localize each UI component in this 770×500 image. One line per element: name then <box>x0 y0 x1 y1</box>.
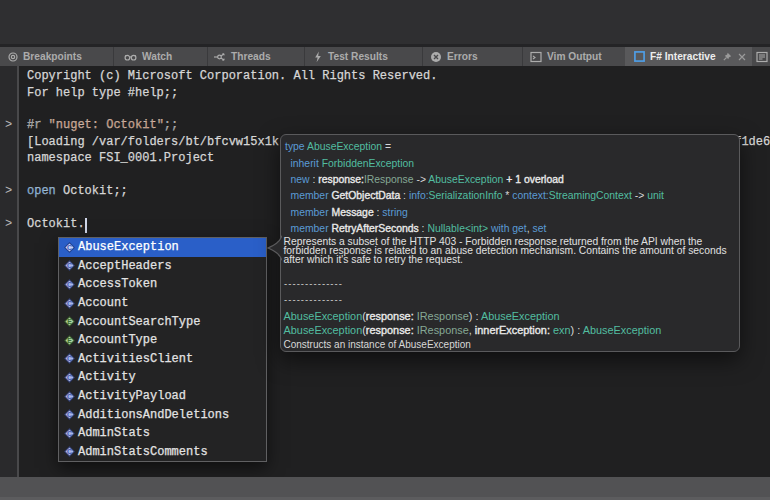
svg-text:C: C <box>67 430 72 437</box>
svg-text:C: C <box>67 392 72 399</box>
svg-text:C: C <box>67 411 72 418</box>
svg-text:C: C <box>67 355 72 362</box>
svg-text:C: C <box>67 448 72 455</box>
svg-text:C: C <box>67 374 72 381</box>
svg-text:C: C <box>67 244 72 251</box>
svg-text:E: E <box>67 337 72 344</box>
svg-text:C: C <box>67 299 72 306</box>
svg-text:E: E <box>67 318 72 325</box>
svg-text:C: C <box>67 281 72 288</box>
svg-text:C: C <box>67 262 72 269</box>
